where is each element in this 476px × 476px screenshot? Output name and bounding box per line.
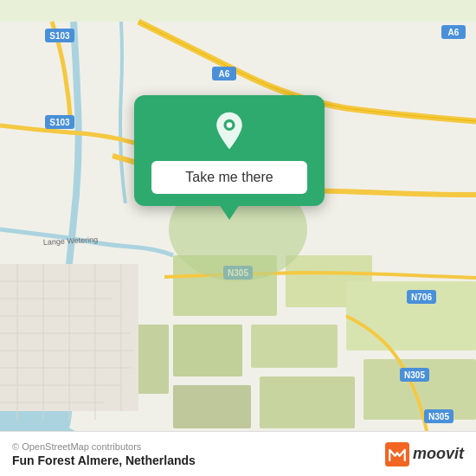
svg-text:N706: N706 (411, 293, 432, 302)
moovit-m-icon (385, 442, 409, 466)
svg-text:N305: N305 (428, 412, 449, 421)
svg-text:S103: S103 (49, 118, 70, 127)
take-me-there-button[interactable]: Take me there (151, 161, 307, 194)
svg-rect-8 (173, 385, 251, 428)
svg-text:N305: N305 (404, 370, 425, 380)
moovit-brand-text: moovit (413, 445, 464, 463)
svg-text:A6: A6 (448, 28, 460, 37)
moovit-logo: moovit (385, 442, 464, 466)
popup-card: Take me there (134, 95, 325, 206)
svg-rect-7 (260, 376, 355, 428)
footer-bar: © OpenStreetMap contributors Fun Forest … (0, 431, 476, 476)
copyright-text: © OpenStreetMap contributors (12, 441, 196, 452)
footer-left: © OpenStreetMap contributors Fun Forest … (12, 441, 196, 467)
map-container: A6 A6 S103 S103 A6 N305 N706 N305 N305 (0, 0, 476, 476)
svg-text:S103: S103 (49, 31, 70, 41)
location-name: Fun Forest Almere, Netherlands (12, 453, 196, 467)
svg-rect-3 (173, 325, 242, 376)
location-pin-icon (209, 111, 249, 151)
map-background: A6 A6 S103 S103 A6 N305 N706 N305 N305 (0, 0, 476, 476)
svg-text:A6: A6 (219, 69, 230, 79)
svg-rect-4 (251, 325, 338, 368)
svg-point-45 (227, 122, 233, 128)
